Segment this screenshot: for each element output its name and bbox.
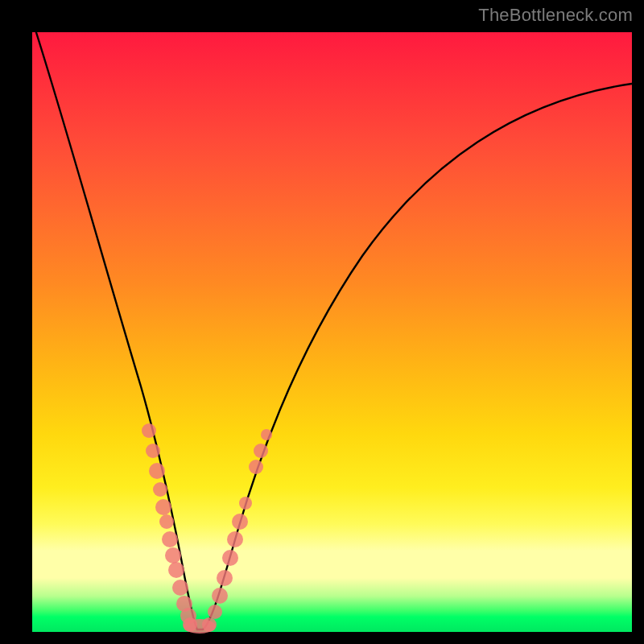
sample-dot xyxy=(232,514,248,530)
sample-dot xyxy=(261,429,272,440)
chart-svg xyxy=(32,32,632,632)
sample-dot xyxy=(149,463,165,479)
sample-dot xyxy=(172,580,188,596)
sample-dot xyxy=(146,444,160,458)
sample-dot xyxy=(212,588,228,604)
sample-dot xyxy=(239,497,252,510)
sample-dot xyxy=(249,460,263,474)
sample-dot xyxy=(168,562,184,578)
sample-dot xyxy=(165,547,181,564)
sample-dot xyxy=(162,531,178,547)
sample-dot xyxy=(217,570,233,586)
sample-dot xyxy=(159,514,174,529)
sample-dot xyxy=(183,617,197,632)
sample-dot xyxy=(155,499,171,515)
watermark-text: TheBottleneck.com xyxy=(478,5,633,26)
bottleneck-curve xyxy=(35,27,632,630)
sample-dot xyxy=(202,617,217,632)
chart-frame: TheBottleneck.com xyxy=(0,0,644,644)
sample-dot xyxy=(208,605,222,619)
sample-dot xyxy=(142,423,156,438)
sample-dot xyxy=(227,531,243,547)
sample-dot xyxy=(222,550,238,566)
sample-dot xyxy=(254,444,268,458)
sample-dot xyxy=(153,482,167,497)
